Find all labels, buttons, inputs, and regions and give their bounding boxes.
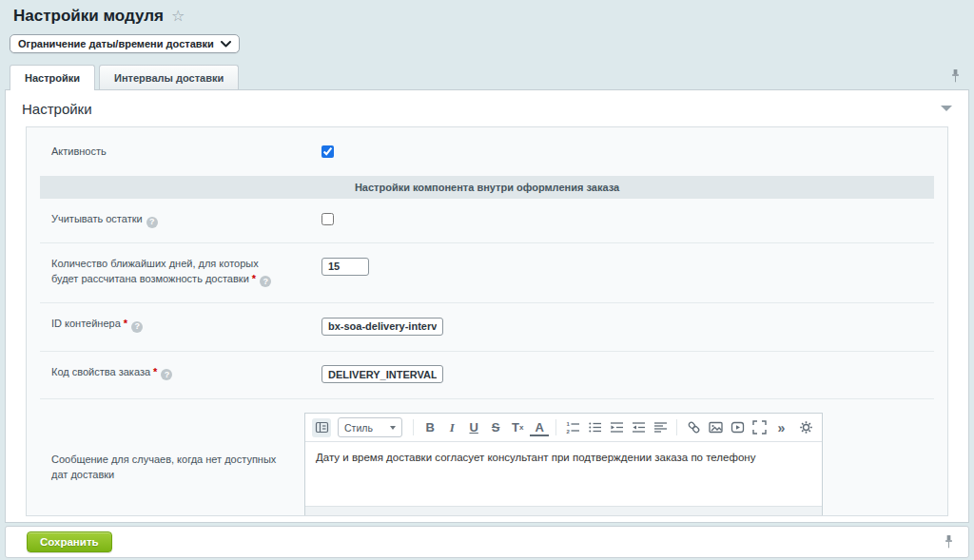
field-control [297,317,934,336]
container-id-input[interactable] [321,318,443,336]
more-tools-button[interactable]: » [771,418,790,437]
text-color-button[interactable]: A [530,421,549,436]
underline-button[interactable]: U [464,418,483,437]
image-icon [709,420,723,434]
video-button[interactable] [728,418,747,437]
pin-icon[interactable] [943,534,955,550]
toolbar-separator [413,419,414,435]
group-header: Настройки компонента внутри оформления з… [40,176,934,199]
group-header-text: Настройки компонента внутри оформления з… [355,182,619,193]
bold-button[interactable]: B [420,418,439,437]
outdent-icon [632,420,646,434]
help-icon[interactable]: ? [131,321,143,333]
italic-button[interactable]: I [442,418,461,437]
source-view-button[interactable] [312,418,331,437]
editor-settings-button[interactable] [796,418,815,437]
page-title: Настройки модуля [13,7,164,26]
tab-settings-label: Настройки [25,72,80,84]
section-title: Настройки [22,101,92,117]
help-icon[interactable]: ? [146,217,158,228]
form-row-no-dates-message: Сообщение для случаев, когда нет доступн… [40,398,934,516]
help-icon[interactable]: ? [161,369,172,380]
link-icon [687,420,701,434]
help-icon[interactable]: ? [260,276,271,287]
order-prop-code-input[interactable] [321,365,443,383]
form-row-stock: Учитывать остатки? [27,199,947,242]
activity-checkbox[interactable] [321,145,334,158]
ordered-list-icon: 1 2 [566,420,580,434]
module-settings-page: Настройки модуля ☆ Ограничение даты/врем… [0,0,974,560]
settings-panel: Настройки Активность Настройки компонент… [5,89,969,523]
field-label: Сообщение для случаев, когда нет доступн… [40,413,297,483]
pushpin-icon [943,534,955,550]
source-view-icon [315,420,329,434]
favorite-star-icon[interactable]: ☆ [171,9,185,24]
field-control [297,144,947,162]
video-icon [730,420,745,434]
indent-button[interactable] [607,418,626,437]
style-select-value: Стиль [344,422,373,434]
save-button[interactable]: Сохранить [27,531,112,552]
editor-status-bar [305,506,822,516]
editor-content[interactable]: Дату и время доставки согласует консульт… [305,442,822,506]
required-mark: * [124,318,127,329]
required-mark: * [153,366,157,377]
form-row-activity: Активность [27,127,947,176]
strikethrough-button[interactable]: S [486,418,505,437]
style-select[interactable]: Стиль [338,417,402,437]
pin-icon[interactable] [949,68,962,84]
days-count-input[interactable] [321,258,369,276]
field-control [297,212,947,229]
field-label-text: Количество ближайших дней, для которых б… [51,258,259,284]
chevron-down-icon [390,426,396,430]
collapse-section-icon[interactable] [941,106,952,111]
field-label: ID контейнера *? [40,317,297,333]
image-button[interactable] [706,418,725,437]
tab-delivery-intervals-label: Интервалы доставки [114,72,224,84]
clear-format-button[interactable]: Tx [508,418,527,437]
settings-form: Активность Настройки компонента внутри о… [26,126,948,516]
unordered-list-button[interactable] [585,418,604,437]
tab-settings[interactable]: Настройки [10,65,95,90]
fullscreen-icon [752,420,767,434]
clear-format-label: T [512,420,519,434]
align-left-icon [653,420,668,434]
form-row-container-id: ID контейнера *? [40,302,934,351]
link-button[interactable] [684,418,703,437]
field-label: Количество ближайших дней, для которых б… [40,257,297,287]
editor-toolbar: Стиль B I U S Tx A [305,414,822,442]
page-header: Настройки модуля ☆ [0,0,974,26]
align-button[interactable] [651,418,670,437]
field-label-text: Код свойства заказа [51,366,150,377]
field-label: Активность [27,144,297,160]
field-label-text: ID контейнера [51,318,121,329]
ordered-list-button[interactable]: 1 2 [563,418,582,437]
svg-text:1: 1 [566,421,570,427]
svg-text:2: 2 [566,429,570,434]
field-label-text: Сообщение для случаев, когда нет доступн… [51,454,276,480]
field-label: Код свойства заказа *? [40,365,297,381]
module-select-value: Ограничение даты/времени доставки [18,38,214,49]
outdent-button[interactable] [629,418,648,437]
tab-delivery-intervals[interactable]: Интервалы доставки [99,65,239,89]
module-select[interactable]: Ограничение даты/времени доставки [10,34,240,53]
toolbar-separator [555,419,556,435]
form-row-order-prop-code: Код свойства заказа *? [40,351,934,399]
field-control: Стиль B I U S Tx A [297,413,934,516]
use-stock-checkbox[interactable] [321,213,334,225]
form-row-days: Количество ближайших дней, для которых б… [40,242,934,302]
footer-toolbar: Сохранить [5,526,969,558]
toolbar-separator [676,419,677,435]
html-editor: Стиль B I U S Tx A [304,413,823,516]
gear-icon [799,420,813,434]
chevron-down-icon [221,41,231,48]
required-mark: * [252,273,256,284]
section-header: Настройки [6,90,968,126]
field-control [297,257,934,276]
unordered-list-icon [588,420,602,434]
field-label: Учитывать остатки? [27,212,297,228]
field-control [297,365,934,384]
field-label-text: Активность [51,145,107,157]
fullscreen-button[interactable] [750,418,769,437]
tab-bar: Настройки Интервалы доставки [5,64,969,89]
